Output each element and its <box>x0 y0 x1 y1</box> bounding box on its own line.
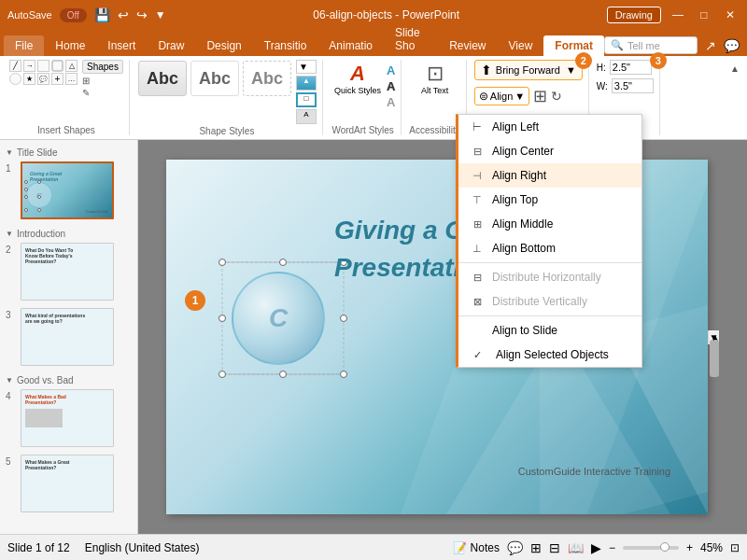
handle-ml[interactable] <box>218 315 226 322</box>
handle-bl[interactable] <box>218 371 226 378</box>
save-icon[interactable]: 💾 <box>94 7 110 22</box>
handle-tl[interactable] <box>218 259 226 266</box>
collapse-ribbon-btn[interactable]: ▲ <box>726 60 743 77</box>
align-bottom-item[interactable]: ⊥ Align Bottom <box>458 236 641 260</box>
align-selected-item[interactable]: ✓ Align Selected Objects <box>458 343 641 367</box>
zoom-in-btn[interactable]: + <box>686 541 693 554</box>
tab-design[interactable]: Design <box>195 35 252 56</box>
drawing-tools-icon[interactable]: ✎ <box>82 88 123 98</box>
comments-btn[interactable]: 💬 <box>507 540 523 555</box>
slide-5[interactable]: 5 What Makes a Great Presentation? <box>4 453 134 514</box>
shape-effects-btn[interactable]: A <box>296 109 317 124</box>
customize-icon[interactable]: ▼ <box>155 8 166 21</box>
slide-3[interactable]: 3 What kind of presentations are we goin… <box>4 306 134 368</box>
tab-home[interactable]: Home <box>44 35 96 56</box>
undo-icon[interactable]: ↩ <box>118 7 129 22</box>
shape-more[interactable]: … <box>65 73 78 85</box>
handle-bc[interactable] <box>279 371 287 378</box>
window-title: 06-align-objects - PowerPoint <box>313 8 459 21</box>
vertical-scrollbar[interactable]: ▲ ▼ <box>708 330 719 344</box>
fit-slide-btn[interactable]: ⊡ <box>730 541 740 554</box>
shape-rounded-rect[interactable] <box>51 60 63 72</box>
tab-animations[interactable]: Animatio <box>317 35 384 56</box>
slide-subtitle[interactable]: CustomGuide Interactive Training <box>518 466 670 477</box>
zoom-slider[interactable] <box>623 546 679 550</box>
slide-sorter-btn[interactable]: ⊟ <box>549 540 560 555</box>
autosave-toggle[interactable]: Off <box>60 8 87 22</box>
slide-5-thumb[interactable]: What Makes a Great Presentation? <box>21 455 114 512</box>
abc-style-1[interactable]: Abc <box>138 61 187 96</box>
bring-forward-dropdown-arrow[interactable]: ▼ <box>566 64 576 76</box>
align-dropdown-arrow[interactable]: ▼ <box>514 91 525 102</box>
scroll-down-btn[interactable]: ▼ <box>709 332 719 343</box>
handle-tc[interactable] <box>279 259 287 266</box>
text-outline-btn[interactable]: A <box>387 79 395 93</box>
handle-mr[interactable] <box>340 315 347 322</box>
minimize-button[interactable]: — <box>669 6 687 24</box>
slide-2[interactable]: 2 What Do You Want To Know Before Today'… <box>4 241 134 302</box>
height-input[interactable] <box>610 60 652 75</box>
align-top-item[interactable]: ⊤ Align Top <box>458 188 641 212</box>
zoom-out-btn[interactable]: − <box>609 541 615 554</box>
shape-arrow[interactable]: → <box>23 60 35 72</box>
width-input[interactable] <box>612 78 654 93</box>
shape-triangle[interactable]: △ <box>65 60 78 72</box>
slide-3-thumb[interactable]: What kind of presentations are we going … <box>21 308 114 366</box>
align-to-slide-item[interactable]: ✓ Align to Slide <box>458 318 641 343</box>
reading-view-btn[interactable]: 📖 <box>568 540 584 555</box>
tab-draw[interactable]: Draw <box>147 35 195 56</box>
close-button[interactable]: ✕ <box>721 6 740 24</box>
normal-view-btn[interactable]: ⊞ <box>530 540 542 555</box>
maximize-button[interactable]: □ <box>695 6 713 24</box>
comment-icon[interactable]: 💬 <box>724 38 740 53</box>
redo-icon[interactable]: ↪ <box>136 7 148 22</box>
slide-2-thumb[interactable]: What Do You Want To Know Before Today's … <box>21 243 114 301</box>
shapes-button[interactable]: Shapes <box>82 60 123 74</box>
tab-insert[interactable]: Insert <box>96 35 147 56</box>
abc-style-3[interactable]: Abc <box>243 61 291 96</box>
share-icon[interactable]: ↗ <box>705 38 716 53</box>
align-middle-item[interactable]: ⊞ Align Middle <box>458 212 641 236</box>
shape-fill-btn[interactable]: ▲ <box>296 76 317 91</box>
shape-line[interactable]: ╱ <box>9 60 21 72</box>
tab-transitions[interactable]: Transitio <box>253 35 318 56</box>
shape-rect[interactable] <box>37 60 49 72</box>
align-selected-label: Align Selected Objects <box>496 348 609 361</box>
shape-callout[interactable]: 💬 <box>37 73 49 85</box>
section-title-slide: ▼ Title Slide <box>4 144 134 160</box>
shape-star[interactable]: ★ <box>23 73 35 85</box>
align-left-item[interactable]: ⊢ Align Left <box>458 115 641 139</box>
shape-oval[interactable] <box>9 73 21 85</box>
slide-1[interactable]: 1 Giving a Great Presentation CustomGuid… <box>4 160 134 221</box>
tab-file[interactable]: File <box>4 35 44 56</box>
quick-styles-btn[interactable]: A Quick Styles <box>331 60 385 97</box>
slide-4-thumb[interactable]: What Makes a Bad Presentation? <box>21 389 114 447</box>
scroll-thumb[interactable] <box>710 340 719 377</box>
slideshow-btn[interactable]: ▶ <box>591 540 601 555</box>
notes-btn[interactable]: 📝 Notes <box>453 541 500 554</box>
tab-view[interactable]: View <box>498 35 544 56</box>
text-effects-btn[interactable]: A <box>387 95 395 109</box>
align-right-item[interactable]: ⊣ Align Right <box>458 163 641 188</box>
shape-plus[interactable]: + <box>51 73 63 85</box>
handle-br[interactable] <box>340 371 347 378</box>
shape-outline-btn[interactable]: □ <box>296 92 317 107</box>
tab-review[interactable]: Review <box>438 35 497 56</box>
align-center-item[interactable]: ⊟ Align Center <box>458 139 641 163</box>
alt-text-btn[interactable]: ⊡ Alt Text <box>417 60 452 97</box>
group-btn[interactable]: ⊞ <box>533 86 547 106</box>
align-btn[interactable]: ⊜ Align ▼ <box>474 87 529 105</box>
style-gallery-expand[interactable]: ▼ <box>296 60 317 74</box>
bring-forward-btn[interactable]: ⬆ Bring Forward ▼ <box>474 60 583 80</box>
zoom-thumb[interactable] <box>660 542 669 552</box>
abc-style-2[interactable]: Abc <box>190 61 239 96</box>
tab-format[interactable]: Format <box>543 35 604 56</box>
rotate-btn[interactable]: ↻ <box>551 89 562 104</box>
arrange-icon[interactable]: ⊞ <box>82 76 123 86</box>
slide-4[interactable]: 4 What Makes a Bad Presentation? <box>4 387 134 449</box>
slide-1-thumb[interactable]: Giving a Great Presentation CustomGuide … <box>21 161 114 219</box>
search-input[interactable]: 🔍 Tell me <box>604 36 698 54</box>
tab-slideshow[interactable]: Slide Sho <box>384 22 438 56</box>
text-fill-btn[interactable]: A <box>387 63 395 77</box>
shapes-gallery[interactable]: ╱ → △ ★ 💬 + … <box>9 60 78 85</box>
